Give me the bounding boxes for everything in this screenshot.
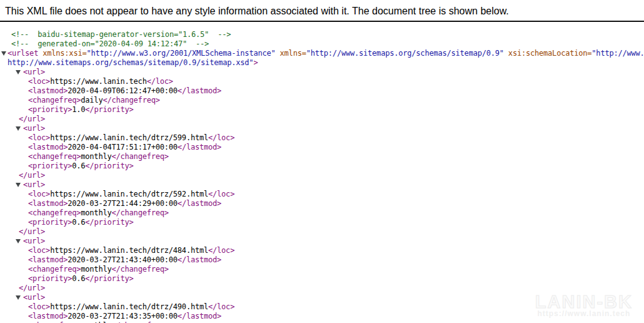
xml-token-tag: <lastmod> xyxy=(28,312,68,320)
xml-token-tag: </loc> xyxy=(208,246,234,255)
xml-token-tag: </loc> xyxy=(208,133,234,142)
collapse-arrow-icon[interactable] xyxy=(16,295,21,300)
xml-token-cm: <!-- generated-on="2020-04-09 14:12:47" … xyxy=(11,39,209,48)
xml-token-tx: https://www.lanin.tech/dtrz/484.html xyxy=(50,246,208,255)
xml-url-close-line: </url> xyxy=(0,115,644,124)
xml-token-tag: </loc> xyxy=(208,302,234,311)
xml-token-tx: 1.0 xyxy=(72,105,85,114)
xml-token-tag: <url> xyxy=(23,293,45,302)
xml-token-tx: 2020-04-04T17:51:17+00:00 xyxy=(68,143,178,151)
xml-token-tag: <loc> xyxy=(28,133,50,142)
xml-child-line-lastmod: <lastmod>2020-03-27T21:44:29+00:00</last… xyxy=(0,199,644,208)
xml-token-tx: https://www.lanin.tech/dtrz/599.html xyxy=(50,133,208,142)
xml-token-tag: <changefreq> xyxy=(28,96,81,105)
xml-token-tag: <changefreq> xyxy=(28,265,81,274)
xml-child-line-lastmod: <lastmod>2020-04-04T17:51:17+00:00</last… xyxy=(0,143,644,152)
xml-no-style-message: This XML file does not appear to have an… xyxy=(0,0,644,22)
xml-token-tag: </loc> xyxy=(147,77,173,86)
xml-token-tag: > xyxy=(253,58,258,67)
xml-child-line-loc: <loc>https://www.lanin.tech/dtrz/599.htm… xyxy=(0,133,644,143)
xml-comment-line: <!-- generated-on="2020-04-09 14:12:47" … xyxy=(0,39,644,49)
collapse-arrow-icon[interactable] xyxy=(16,183,21,187)
xml-token-tag: </url> xyxy=(19,284,45,292)
xml-token-tx: 2020-03-27T21:44:29+00:00 xyxy=(68,199,178,208)
xml-url-open-line: <url> xyxy=(0,68,644,77)
xml-child-line-lastmod: <lastmod>2020-03-27T21:43:40+00:00</last… xyxy=(0,255,644,265)
xml-token-av: "http://www.w3.org/2001/XMLSchema-instan… xyxy=(86,49,275,58)
xml-token-tx: https://www.lanin.tech xyxy=(50,77,147,86)
xml-token-tx: daily xyxy=(81,96,103,105)
xml-comment-line: <!-- baidu-sitemap-generator-version="1.… xyxy=(0,30,644,39)
xml-child-line-priority: <priority>0.6</priority> xyxy=(0,274,644,284)
xml-token-tag: </priority> xyxy=(85,274,133,283)
xml-child-line-changefreq: <changefreq>monthly</changefreq> xyxy=(0,152,644,162)
xml-token-tag: <url> xyxy=(23,237,45,245)
xml-token-tag: </priority> xyxy=(85,218,133,227)
xml-token-tx: 0.6 xyxy=(72,274,85,283)
xml-url-open-line: <url> xyxy=(0,180,644,190)
xml-token-tag: </loc> xyxy=(208,190,234,198)
xml-token-tag: </url> xyxy=(19,227,45,236)
xml-url-open-line: <url> xyxy=(0,124,644,133)
xml-url-close-line: </url> xyxy=(0,284,644,293)
xml-token-tx: https://www.lanin.tech/dtrz/490.html xyxy=(50,302,208,311)
xml-child-line-loc: <loc>https://www.lanin.tech/dtrz/484.htm… xyxy=(0,246,644,255)
xml-token-tx: monthly xyxy=(81,152,111,161)
xml-token-tx: 2020-04-09T06:12:47+00:00 xyxy=(68,86,178,95)
xml-token-tag: <loc> xyxy=(28,302,50,311)
xml-token-av: "http://www.sitemaps.org/schemas/sitemap… xyxy=(306,49,504,58)
xml-root-wrap-line: http://www.sitemaps.org/schemas/sitemap/… xyxy=(0,58,644,68)
xml-token-tag: <urlset xyxy=(8,49,38,58)
xml-child-line-changefreq: <changefreq>daily</changefreq> xyxy=(0,96,644,105)
xml-url-close-line: </url> xyxy=(0,227,644,237)
xml-token-an: xmlns= xyxy=(280,49,306,58)
xml-token-tx xyxy=(276,49,280,58)
xml-token-tag: </changefreq> xyxy=(103,96,159,105)
xml-token-cm: <!-- baidu-sitemap-generator-version="1.… xyxy=(11,30,231,39)
xml-token-tag: </url> xyxy=(19,171,45,180)
collapse-arrow-icon[interactable] xyxy=(1,51,6,56)
xml-token-tag: </lastmod> xyxy=(178,312,221,320)
xml-token-tag: <priority> xyxy=(28,162,72,170)
xml-token-tag: </changefreq> xyxy=(111,208,168,217)
xml-token-tag: </priority> xyxy=(85,162,133,170)
xml-token-tag: <loc> xyxy=(28,77,50,86)
xml-token-tag: <changefreq> xyxy=(28,208,81,217)
xml-token-tag: <priority> xyxy=(28,218,72,227)
xml-token-tx: 0.6 xyxy=(72,162,85,170)
xml-token-tag: </lastmod> xyxy=(178,255,221,264)
xml-token-tx: https://www.lanin.tech/dtrz/592.html xyxy=(50,190,208,198)
xml-token-tag: </changefreq> xyxy=(111,152,168,161)
xml-url-open-line: <url> xyxy=(0,237,644,246)
xml-child-line-lastmod: <lastmod>2020-03-27T21:43:35+00:00</last… xyxy=(0,312,644,321)
xml-token-tag: </url> xyxy=(19,115,45,123)
collapse-arrow-icon[interactable] xyxy=(16,70,21,74)
xml-token-tag: <loc> xyxy=(28,246,50,255)
xml-token-tag: <url> xyxy=(23,180,45,189)
xml-token-an: xsi:schemaLocation= xyxy=(508,49,591,58)
xml-child-line-priority: <priority>1.0</priority> xyxy=(0,105,644,115)
xml-child-line-changefreq: <changefreq>monthly</changefreq> xyxy=(0,208,644,218)
xml-document-tree: <!-- baidu-sitemap-generator-version="1.… xyxy=(0,30,644,323)
collapse-arrow-icon[interactable] xyxy=(16,239,21,244)
xml-token-tag: <priority> xyxy=(28,105,72,114)
xml-child-line-lastmod: <lastmod>2020-04-09T06:12:47+00:00</last… xyxy=(0,86,644,96)
xml-token-an: xmlns:xsi= xyxy=(43,49,86,58)
xml-token-tag: <lastmod> xyxy=(28,199,68,208)
xml-token-tx xyxy=(504,49,508,58)
xml-token-tag: <priority> xyxy=(28,274,72,283)
xml-child-line-loc: <loc>https://www.lanin.tech</loc> xyxy=(0,77,644,86)
xml-token-tag: </changefreq> xyxy=(111,265,168,274)
xml-root-open-line: <urlset xmlns:xsi="http://www.w3.org/200… xyxy=(0,49,644,58)
xml-child-line-loc: <loc>https://www.lanin.tech/dtrz/592.htm… xyxy=(0,190,644,199)
collapse-arrow-icon[interactable] xyxy=(16,126,21,131)
xml-token-tag: <changefreq> xyxy=(28,152,81,161)
xml-token-tag: </lastmod> xyxy=(178,199,221,208)
xml-token-tag: <url> xyxy=(23,124,45,133)
xml-token-av: "http://www.sitemaps.org/schemas/sitemap… xyxy=(591,49,644,58)
xml-token-tag: <lastmod> xyxy=(28,255,68,264)
xml-token-tag: </lastmod> xyxy=(178,143,221,151)
xml-token-av: http://www.sitemaps.org/schemas/sitemap/… xyxy=(8,58,253,67)
xml-token-tx: 2020-03-27T21:43:35+00:00 xyxy=(68,312,178,320)
xml-token-tag: <loc> xyxy=(28,190,50,198)
